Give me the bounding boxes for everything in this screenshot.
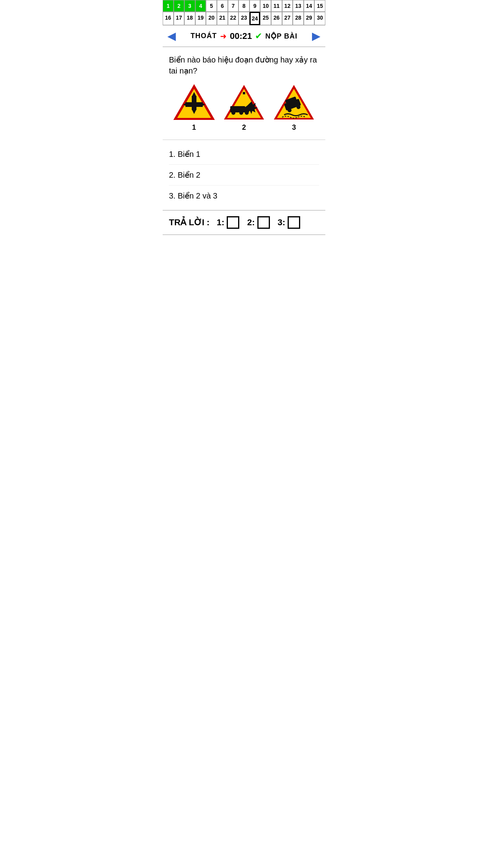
sign-1-image	[172, 83, 216, 121]
grid-cell-24[interactable]: 24	[250, 12, 261, 25]
grid-cell-15[interactable]: 15	[314, 0, 325, 12]
answer-box-group-1: 1:	[216, 216, 243, 229]
svg-rect-10	[243, 92, 245, 94]
grid-cell-23[interactable]: 23	[238, 12, 250, 25]
sign-label-2: 2	[242, 123, 246, 132]
question-grid: 1234567891011121314151617181920212223242…	[163, 0, 325, 26]
answer-checkbox-2[interactable]	[257, 216, 270, 229]
prev-arrow[interactable]: ◀	[167, 29, 176, 42]
grid-cell-1[interactable]: 1	[163, 0, 174, 12]
grid-cell-12[interactable]: 12	[282, 0, 293, 12]
sign-item-1: 1	[172, 83, 216, 132]
answer-num-2: 2:	[247, 217, 255, 228]
grid-cell-16[interactable]: 16	[163, 12, 174, 25]
grid-cell-28[interactable]: 28	[293, 12, 304, 25]
sign-3-image	[272, 83, 316, 121]
grid-cell-5[interactable]: 5	[206, 0, 217, 12]
check-icon: ✔	[255, 31, 262, 41]
question-section: Biển nào báo hiệu đoạn đường hay xảy ra …	[163, 47, 325, 140]
grid-cell-25[interactable]: 25	[260, 12, 271, 25]
nopbai-label[interactable]: NỘP BÀI	[265, 32, 297, 40]
thoat-label[interactable]: THOÁT	[191, 32, 217, 40]
grid-cell-7[interactable]: 7	[228, 0, 239, 12]
nav-bar: ◀ THOÁT ➜ 00:21 ✔ NỘP BÀI ▶	[163, 26, 325, 47]
sign-item-2: 2	[222, 83, 266, 132]
sign-label-3: 3	[292, 123, 296, 132]
grid-cell-14[interactable]: 14	[304, 0, 315, 12]
answer-box-group-3: 3:	[278, 216, 305, 229]
grid-cell-4[interactable]: 4	[195, 0, 206, 12]
sign-item-3: 3	[272, 83, 316, 132]
grid-cell-17[interactable]: 17	[174, 12, 185, 25]
tra-loi-label: TRẢ LỜI :	[169, 217, 209, 228]
grid-cell-27[interactable]: 27	[282, 12, 293, 25]
grid-cell-21[interactable]: 21	[217, 12, 228, 25]
grid-cell-29[interactable]: 29	[304, 12, 315, 25]
grid-cell-3[interactable]: 3	[184, 0, 195, 12]
answer-num-3: 3:	[278, 217, 286, 228]
grid-cell-8[interactable]: 8	[238, 0, 250, 12]
svg-point-14	[239, 111, 243, 115]
answer-checkbox-1[interactable]	[227, 216, 239, 229]
sign-2-image	[222, 83, 266, 121]
grid-cell-13[interactable]: 13	[293, 0, 304, 12]
grid-cell-9[interactable]: 9	[250, 0, 261, 12]
answer-option-1[interactable]: 1. Biển 1	[169, 144, 319, 165]
sign-label-1: 1	[192, 123, 196, 132]
answer-option-3[interactable]: 3. Biển 2 và 3	[169, 186, 319, 206]
grid-cell-20[interactable]: 20	[206, 12, 217, 25]
tra-loi-section: TRẢ LỜI : 1: 2: 3:	[163, 210, 325, 235]
svg-rect-3	[185, 102, 203, 107]
answer-num-1: 1:	[216, 217, 224, 228]
answers-section: 1. Biển 1 2. Biển 2 3. Biển 2 và 3	[163, 140, 325, 210]
svg-point-13	[231, 111, 235, 115]
answer-option-2[interactable]: 2. Biển 2	[169, 165, 319, 186]
grid-cell-22[interactable]: 22	[228, 12, 239, 25]
grid-cell-19[interactable]: 19	[195, 12, 206, 25]
grid-cell-6[interactable]: 6	[217, 0, 228, 12]
question-text: Biển nào báo hiệu đoạn đường hay xảy ra …	[169, 54, 319, 76]
grid-cell-30[interactable]: 30	[314, 12, 325, 25]
grid-cell-26[interactable]: 26	[271, 12, 282, 25]
next-arrow[interactable]: ▶	[312, 29, 321, 42]
signs-row: 1	[169, 83, 319, 132]
grid-cell-11[interactable]: 11	[271, 0, 282, 12]
answer-box-group-2: 2:	[247, 216, 274, 229]
grid-cell-10[interactable]: 10	[260, 0, 271, 12]
grid-cell-2[interactable]: 2	[174, 0, 185, 12]
thoat-arrow-icon: ➜	[220, 31, 227, 41]
grid-cell-18[interactable]: 18	[184, 12, 195, 25]
timer: 00:21	[230, 31, 252, 41]
answer-checkbox-3[interactable]	[288, 216, 300, 229]
